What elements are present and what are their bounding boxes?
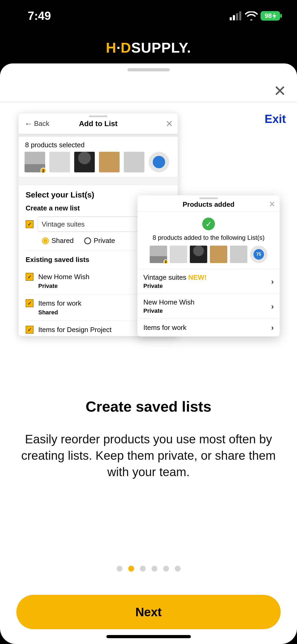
- product-thumb: 75: [250, 246, 267, 263]
- back-button[interactable]: ← Back: [25, 119, 49, 128]
- sheet-grabber[interactable]: [128, 68, 170, 71]
- products-added-card: Products added ✕ ✓ 8 products added to t…: [137, 195, 280, 337]
- count-badge: 2: [40, 168, 46, 173]
- divider: [19, 177, 178, 185]
- result-list-row[interactable]: Vintage suites NEW! Private ›: [138, 269, 280, 294]
- arrow-left-icon: ←: [25, 119, 32, 128]
- wifi-icon: [245, 11, 258, 20]
- page-dot[interactable]: [163, 566, 169, 572]
- app-header: H·DSUPPLY.: [0, 32, 297, 63]
- product-thumb: [230, 246, 247, 263]
- back-label: Back: [34, 119, 49, 128]
- product-thumb: [170, 246, 187, 263]
- svg-rect-2: [236, 13, 238, 20]
- checkbox[interactable]: ✓: [26, 273, 34, 281]
- status-right: 98: [230, 11, 282, 21]
- count-badge: 2: [163, 259, 168, 264]
- product-thumb: [190, 246, 207, 263]
- divider: [0, 102, 297, 102]
- svg-rect-5: [280, 14, 282, 18]
- onboarding-body: Easily reorder products you use most oft…: [16, 431, 281, 480]
- result-list-row[interactable]: New Home Wish Private ›: [138, 294, 280, 319]
- page-dot[interactable]: [175, 566, 181, 572]
- close-icon[interactable]: ✕: [166, 118, 173, 129]
- new-list-checkbox[interactable]: ✓: [26, 220, 34, 228]
- product-thumbnails: 2: [19, 152, 178, 177]
- status-time: 7:49: [28, 9, 51, 22]
- checkbox[interactable]: ✓: [26, 326, 34, 334]
- private-radio[interactable]: Private: [84, 237, 115, 245]
- svg-rect-1: [233, 15, 235, 20]
- home-indicator[interactable]: [106, 635, 191, 638]
- chevron-right-icon: ›: [271, 323, 274, 332]
- product-thumb: [74, 152, 95, 172]
- svg-rect-3: [239, 11, 241, 20]
- radio-icon: [42, 237, 49, 244]
- divider: [19, 134, 178, 137]
- status-bar: 7:49 98: [0, 0, 297, 32]
- added-summary: 8 products added to the following List(s…: [138, 234, 280, 246]
- product-thumbnails: 2 75: [138, 246, 280, 269]
- product-thumb: [49, 152, 70, 172]
- battery-icon: 98: [260, 11, 282, 21]
- onboarding-sheet: ✕ Exit ← Back Add to List ✕ 8 products s…: [0, 63, 297, 644]
- page-dot[interactable]: [117, 566, 122, 572]
- product-thumb: [124, 152, 144, 172]
- page-dot[interactable]: [128, 566, 134, 572]
- grabber-icon: [199, 197, 218, 199]
- grabber-icon: [89, 116, 107, 117]
- card-title: Products added: [183, 200, 234, 209]
- product-thumb: [149, 152, 169, 172]
- product-thumb: [99, 152, 120, 172]
- close-icon[interactable]: ✕: [274, 82, 286, 100]
- battery-text: 98: [265, 12, 272, 19]
- brand-logo: H·DSUPPLY.: [106, 39, 191, 56]
- product-thumb: [210, 246, 227, 263]
- cellular-icon: [230, 11, 242, 20]
- svg-rect-0: [230, 17, 232, 20]
- page-indicator: [0, 566, 297, 572]
- close-icon[interactable]: ✕: [269, 200, 275, 209]
- page-dot[interactable]: [152, 566, 157, 572]
- radio-icon: [84, 237, 91, 244]
- card-header: Products added ✕: [138, 195, 280, 212]
- product-thumb: 2: [25, 152, 45, 172]
- illustration: ← Back Add to List ✕ 8 products selected…: [16, 113, 280, 404]
- card-header: ← Back Add to List ✕: [19, 113, 178, 134]
- next-button[interactable]: Next: [16, 595, 281, 629]
- success-check-icon: ✓: [202, 218, 215, 230]
- onboarding-headline: Create saved lists: [0, 398, 297, 415]
- page-dot[interactable]: [140, 566, 146, 572]
- product-thumb: 2: [150, 246, 167, 263]
- chevron-right-icon: ›: [271, 302, 274, 311]
- checkbox[interactable]: ✓: [26, 299, 34, 307]
- selected-count: 8 products selected: [19, 137, 178, 152]
- chevron-right-icon: ›: [271, 277, 274, 286]
- shared-radio[interactable]: Shared: [42, 237, 74, 245]
- card-title: Add to List: [79, 119, 117, 128]
- result-list-row[interactable]: Items for work ›: [138, 319, 280, 336]
